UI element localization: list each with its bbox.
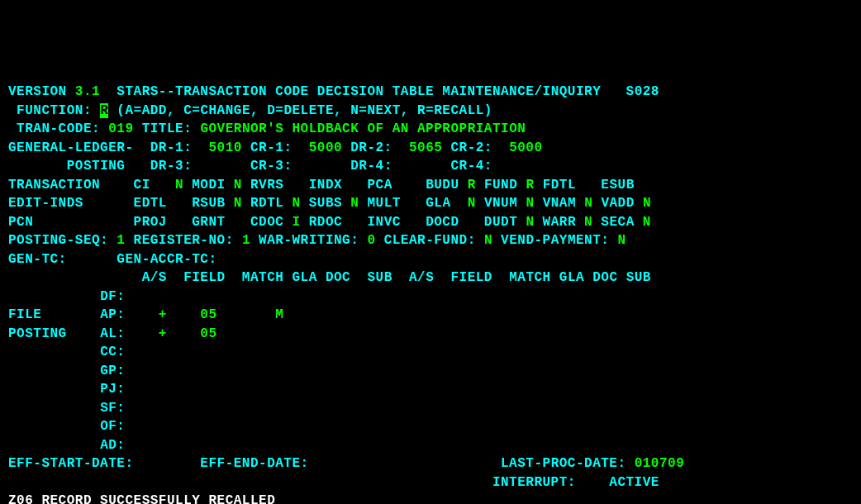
dr2-value: 5065 — [409, 140, 442, 155]
cr1-value: 5000 — [309, 140, 342, 155]
title-lbl: TITLE: — [142, 121, 193, 136]
screen-id: S028 — [626, 84, 659, 99]
terminal-screen: VERSION 3.1 STARS--TRANSACTION CODE DECI… — [8, 83, 853, 504]
page-title: STARS--TRANSACTION CODE DECISION TABLE M… — [117, 84, 601, 99]
cr2-value: 5000 — [509, 140, 542, 155]
gl-lbl: GENERAL-LEDGER- — [8, 140, 134, 155]
last-proc-date: 010709 — [635, 456, 685, 471]
trancode-lbl: TRAN-CODE: — [17, 121, 100, 136]
dr1-value: 5010 — [208, 140, 241, 155]
version-lbl: VERSION — [8, 84, 67, 99]
function-lbl: FUNCTION: — [17, 103, 92, 118]
status-msg-1: Z06 RECORD SUCCESSFULLY RECALLED — [8, 493, 275, 504]
interrupt-status: ACTIVE — [609, 475, 659, 490]
function-input[interactable]: R — [100, 103, 108, 118]
function-hint: (A=ADD, C=CHANGE, D=DELETE, N=NEXT, R=RE… — [117, 103, 492, 118]
title-value: GOVERNOR'S HOLDBACK OF AN APPROPRIATION — [200, 121, 526, 136]
trancode-value[interactable]: 019 — [108, 121, 133, 136]
version: 3.1 — [75, 84, 100, 99]
